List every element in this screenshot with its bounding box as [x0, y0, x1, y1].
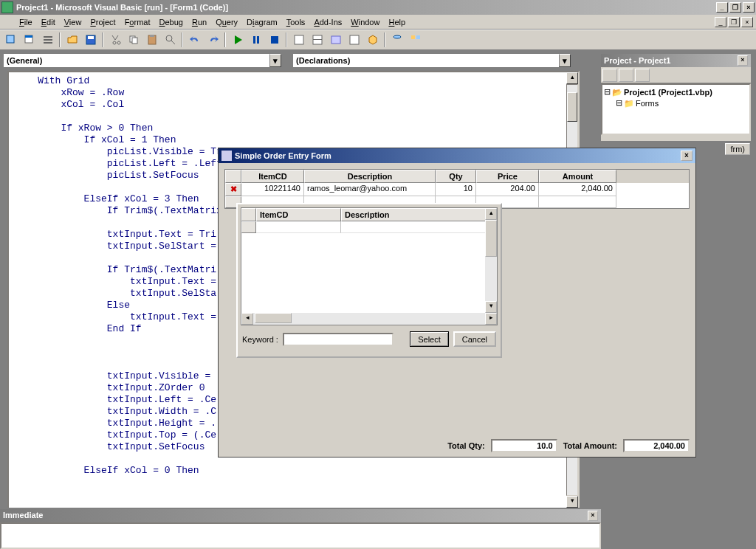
close-icon[interactable]: ×: [681, 151, 693, 161]
view-object-button[interactable]: [619, 69, 633, 82]
form-layout-button[interactable]: [327, 32, 344, 48]
project-explorer-button[interactable]: [290, 32, 307, 48]
grid-header-qty[interactable]: Qty: [436, 170, 476, 183]
mdi-restore-button[interactable]: ❐: [728, 17, 740, 27]
svg-point-21: [394, 35, 401, 38]
scroll-up-icon[interactable]: ▴: [566, 72, 578, 84]
scroll-down-icon[interactable]: ▾: [485, 301, 497, 313]
menu-editor-button[interactable]: [39, 32, 56, 48]
menu-query[interactable]: Query: [211, 16, 242, 28]
cancel-button[interactable]: Cancel: [453, 331, 496, 347]
cut-button[interactable]: [106, 32, 123, 48]
project-tree[interactable]: ⊟📂Project1 (Project1.vbp) ⊟📁Forms: [601, 83, 751, 135]
menu-format[interactable]: Format: [120, 16, 155, 28]
save-button[interactable]: [82, 32, 99, 48]
cell-qty[interactable]: 10: [436, 183, 476, 196]
cell-itemcd[interactable]: 10221140: [241, 183, 304, 196]
form-title-text: Simple Order Entry Form: [235, 151, 331, 160]
menu-edit[interactable]: Edit: [37, 16, 60, 28]
lookup-grid[interactable]: ItemCD Description ▴ ▾ ◂ ▸: [241, 207, 498, 325]
restore-button[interactable]: ❐: [729, 2, 741, 13]
find-button[interactable]: [162, 32, 179, 48]
menu-tools[interactable]: Tools: [282, 16, 310, 28]
immediate-title: Immediate: [3, 511, 43, 521]
toggle-folders-button[interactable]: [635, 69, 650, 82]
form-titlebar[interactable]: Simple Order Entry Form ×: [219, 148, 695, 163]
vb-icon: [1, 1, 13, 13]
svg-rect-16: [295, 35, 303, 44]
grid-header-amount[interactable]: Amount: [539, 170, 616, 183]
scroll-down-icon[interactable]: ▾: [566, 496, 578, 508]
folder-icon: 📁: [624, 99, 634, 108]
minimize-button[interactable]: _: [716, 2, 728, 13]
mdi-close-button[interactable]: ×: [741, 17, 753, 27]
grid-header-description[interactable]: Description: [304, 170, 436, 183]
select-button[interactable]: Select: [410, 331, 449, 347]
delete-row-icon[interactable]: ✖: [230, 184, 237, 193]
keyword-input[interactable]: [283, 333, 394, 346]
menu-run[interactable]: Run: [188, 16, 211, 28]
redo-button[interactable]: [205, 32, 221, 48]
object-browser-button[interactable]: [346, 32, 362, 48]
procedure-combo[interactable]: (Declarations) ▾: [292, 53, 571, 68]
lookup-header-description[interactable]: Description: [341, 208, 487, 221]
vertical-scrollbar[interactable]: ▴ ▾: [485, 208, 497, 313]
grid-header-itemcd[interactable]: ItemCD: [241, 170, 304, 183]
cell-price[interactable]: 204.00: [476, 183, 539, 196]
scroll-right-icon[interactable]: ▸: [485, 313, 497, 325]
data-view-button[interactable]: [388, 32, 405, 48]
immediate-body[interactable]: [0, 522, 601, 549]
menu-diagram[interactable]: Diagram: [242, 16, 282, 28]
chevron-down-icon[interactable]: ▾: [559, 54, 571, 67]
menu-window[interactable]: Window: [346, 16, 384, 28]
start-button[interactable]: [229, 32, 246, 48]
menu-addins[interactable]: Add-Ins: [309, 16, 346, 28]
undo-button[interactable]: [186, 32, 203, 48]
close-icon[interactable]: ×: [588, 511, 598, 521]
scroll-up-icon[interactable]: ▴: [485, 208, 497, 220]
add-project-button[interactable]: [2, 32, 19, 48]
total-qty-label: Total Qty:: [447, 441, 485, 450]
scroll-left-icon[interactable]: ◂: [241, 313, 253, 325]
cell-description[interactable]: ramos_leomar@yahoo.com: [304, 183, 436, 196]
lookup-header-itemcd[interactable]: ItemCD: [256, 208, 341, 221]
grid-header-marker: [225, 170, 241, 183]
cell-amount[interactable]: 2,040.00: [539, 183, 616, 196]
menu-file[interactable]: File: [15, 16, 37, 28]
object-combo[interactable]: (General) ▾: [3, 53, 282, 68]
end-button[interactable]: [266, 32, 283, 48]
open-button[interactable]: [63, 32, 80, 48]
component-manager-button[interactable]: [407, 32, 424, 48]
table-row[interactable]: ✖ 10221140 ramos_leomar@yahoo.com 10 204…: [225, 183, 689, 196]
procedure-combo-value: (Declarations): [296, 56, 350, 65]
horizontal-scrollbar[interactable]: ◂ ▸: [241, 313, 497, 325]
copy-button[interactable]: [125, 32, 142, 48]
forms-folder: Forms: [636, 99, 659, 108]
immediate-window: Immediate ×: [0, 508, 601, 549]
grid-header-price[interactable]: Price: [476, 170, 539, 183]
table-row[interactable]: [241, 221, 497, 233]
row-marker[interactable]: ✖: [225, 183, 241, 196]
svg-rect-20: [350, 35, 359, 44]
close-icon[interactable]: ×: [738, 55, 748, 66]
break-button[interactable]: [247, 32, 264, 48]
paste-button[interactable]: [143, 32, 160, 48]
menu-view[interactable]: View: [60, 16, 86, 28]
close-button[interactable]: ×: [743, 2, 755, 13]
menu-debug[interactable]: Debug: [154, 16, 187, 28]
menu-help[interactable]: Help: [384, 16, 410, 28]
mdi-minimize-button[interactable]: _: [715, 17, 726, 27]
add-form-button[interactable]: [21, 32, 38, 48]
svg-rect-7: [88, 36, 94, 39]
svg-point-12: [166, 35, 172, 41]
svg-rect-0: [7, 35, 14, 43]
properties-button[interactable]: [309, 32, 326, 48]
toolbox-button[interactable]: [364, 32, 381, 48]
view-code-button[interactable]: [602, 69, 617, 82]
frm-tab[interactable]: frm): [725, 143, 750, 155]
svg-rect-2: [25, 35, 32, 38]
menu-project[interactable]: Project: [86, 16, 120, 28]
project-icon: 📂: [612, 88, 622, 97]
chevron-down-icon[interactable]: ▾: [269, 54, 281, 67]
total-qty-value: 10.0: [491, 439, 557, 452]
